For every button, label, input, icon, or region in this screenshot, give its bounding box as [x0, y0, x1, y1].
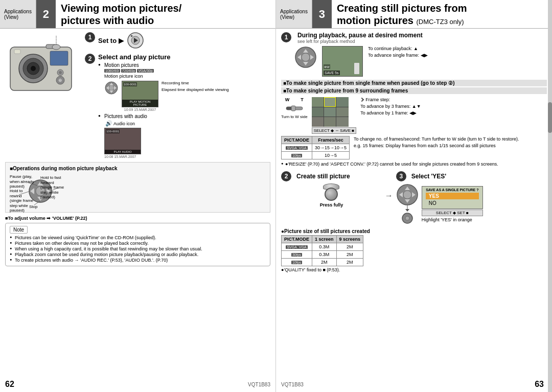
- scrollbar[interactable]: [548, 0, 552, 392]
- right-title-line1: Creating still pictures from: [337, 3, 467, 14]
- left-title-block: Viewing motion pictures/ pictures with a…: [56, 0, 275, 28]
- frame-cell-3: [336, 97, 348, 107]
- dpad-with-labels: Pause (play, when already paused) Hold t…: [10, 173, 66, 209]
- note-section: Note Pictures can be viewed using 'Quick…: [5, 223, 270, 266]
- motion-pictures-label: Motion pictures: [98, 62, 270, 68]
- picture-size-title: ●Picture size of still pictures created: [281, 228, 547, 234]
- step2-header: 2 Create still picture: [281, 171, 350, 181]
- arrow-right-icon: →: [385, 171, 393, 200]
- press-fully-label: Press fully: [320, 202, 343, 207]
- camera-diagram-area: ⊕: [5, 32, 82, 159]
- right-page: Applications (View) 3 Creating still pic…: [276, 0, 552, 392]
- svg-point-35: [302, 53, 310, 61]
- make-surrounding-note: ■To make single picture from 9 surroundi…: [281, 87, 547, 94]
- shutter-area: Press fully: [320, 183, 343, 207]
- yes-no-screen: SAVE AS A SINGLE PICTURE ? YES NO: [422, 186, 483, 209]
- svg-rect-6: [50, 51, 68, 65]
- elapsed-time-label: Elapsed time displayed while viewing: [162, 87, 229, 92]
- stop-label: Stop: [29, 204, 37, 209]
- frame-step-label: Frame step:: [365, 97, 390, 102]
- left-page-num: 62: [5, 380, 14, 389]
- left-footer: 62 VQT1B83: [5, 380, 270, 389]
- right-title-line2: motion pictures: [337, 15, 413, 26]
- right-title-suffix: (DMC-TZ3 only): [417, 18, 464, 26]
- badge-1080: 1080/60i: [104, 69, 120, 73]
- pict-mode-table: PICT.MODE Frames/sec SVGAVGA 30→15→10→5 …: [281, 136, 350, 159]
- w-label: W: [285, 97, 290, 102]
- right-step1-circle: 1: [281, 32, 291, 42]
- control-ring-svg: [294, 46, 317, 68]
- left-header: Applications (View) 2 Viewing motion pic…: [0, 0, 275, 29]
- resize-note: ● ●'RESIZE' (P.70) and 'ASPECT CONV.' (P…: [281, 162, 547, 167]
- svg-text:▶: ▶: [131, 34, 133, 37]
- nine-frame-grid-area: SELECT ◆ ↔ SAVE ■: [312, 97, 356, 134]
- ps-row1-nine: 2M: [336, 243, 363, 251]
- picture-size-area: ●Picture size of still pictures created …: [281, 228, 547, 266]
- step3-dpad-svg: [396, 183, 419, 224]
- no-option: NO: [426, 200, 479, 206]
- note-item-4: Playback zoom cannot be used during moti…: [10, 252, 266, 257]
- ps-mode-header: PICT.MODE: [282, 236, 312, 243]
- recording-time-label: Recording time: [162, 81, 229, 85]
- right-page-num: 63: [535, 380, 544, 389]
- ps-row3-nine: 2M: [336, 259, 363, 266]
- svg-point-8: [52, 44, 60, 50]
- yes-option: YES: [426, 193, 479, 199]
- yes-no-screen-area: SAVE AS A SINGLE PICTURE ? YES NO SELECT…: [422, 186, 547, 222]
- svg-rect-5: [14, 50, 20, 54]
- right-app-line1: Applications: [280, 9, 308, 14]
- frame-step-info: Frame step: To advance by 3 frames: ▲▼ T…: [360, 97, 421, 116]
- select-set-bar: SELECT ◆ SET ■: [422, 210, 483, 216]
- frames-change-area: PICT.MODE Frames/sec SVGAVGA 30→15→10→5 …: [276, 135, 552, 160]
- left-title-line2: pictures with audio: [61, 15, 154, 26]
- right-section-number: 3: [312, 0, 332, 28]
- time-labels: Recording time Elapsed time displayed wh…: [162, 81, 229, 92]
- right-step1-row: 1 During playback, pause at desired mome…: [281, 32, 547, 44]
- step2-circle: 2: [85, 54, 95, 64]
- frame-cell-6: [336, 107, 348, 117]
- scrollbar-thumb[interactable]: [548, 102, 552, 133]
- step2-content: Select and play picture Motion pictures …: [98, 53, 270, 159]
- right-vqt-ref: VQT1B83: [281, 382, 304, 387]
- ps-row3-one: 2M: [312, 259, 337, 266]
- step2-row: 2 Select and play picture Motion picture…: [85, 53, 270, 159]
- right-title-block: Creating still pictures from motion pict…: [332, 0, 552, 28]
- advance-3-label: To advance by 3 frames: ▲▼: [360, 104, 421, 109]
- save-single-label: SAVE AS A SINGLE PICTURE ?: [425, 188, 479, 192]
- right-step1-subtitle: see left for playback method: [297, 39, 547, 44]
- badge-720: 720/60p: [121, 69, 136, 73]
- svg-rect-42: [291, 106, 295, 111]
- step1-header: Set to ▶ ▶: [98, 32, 270, 49]
- badge-vga: VGA/30p: [137, 69, 153, 73]
- frame-cell-8: [324, 117, 336, 127]
- play-motion-screen: PLAY MOTION PICTURE 100-0001 10:09 15.MA…: [122, 81, 158, 111]
- bottom-steps-row: 2 Create still picture Press fully → 3 S…: [276, 168, 552, 227]
- select-save-bar: SELECT ◆ ↔ SAVE ■: [312, 127, 356, 134]
- advance-1-label: To advance by 1 frame: ◀▶: [360, 110, 421, 116]
- frame-cell-2: [324, 97, 336, 107]
- t-label: T: [301, 97, 304, 102]
- steps-column: 1 Set to ▶ ▶: [85, 32, 270, 159]
- step2-block: 2 Create still picture Press fully: [281, 171, 382, 207]
- surrounding-section: W T Turn to W side: [276, 96, 552, 135]
- ps-row2-mode: 30fps: [282, 251, 312, 259]
- right-step1-content: During playback, pause at desired moment…: [297, 32, 547, 44]
- svg-point-19: [109, 85, 114, 90]
- right-step1-title: During playback, pause at desired moment: [297, 32, 547, 39]
- fps-10fps: 10→5: [312, 152, 350, 159]
- ps-row1-one: 0.3M: [312, 243, 337, 251]
- step3-block: 3 Select 'YES': [396, 171, 547, 224]
- shutter-button[interactable]: [325, 188, 338, 201]
- step1-circle: 1: [85, 32, 95, 42]
- playback-screen-area: SAVE 5s ⊗W: [322, 46, 363, 77]
- ps-1screen-header: 1 screen: [312, 236, 337, 243]
- left-title-line1: Viewing motion pictures/: [61, 3, 181, 14]
- nine-frame-grid: [312, 97, 349, 127]
- step2-title: Create still picture: [296, 173, 350, 180]
- step3-circle: 3: [396, 171, 406, 181]
- left-section-number: 2: [36, 0, 56, 28]
- right-app-tag: Applications (View): [276, 0, 312, 28]
- ps-row3-mode: 10fps: [282, 259, 312, 266]
- frame-cell-1: [312, 97, 324, 107]
- frames-sec-header: Frames/sec: [312, 136, 350, 144]
